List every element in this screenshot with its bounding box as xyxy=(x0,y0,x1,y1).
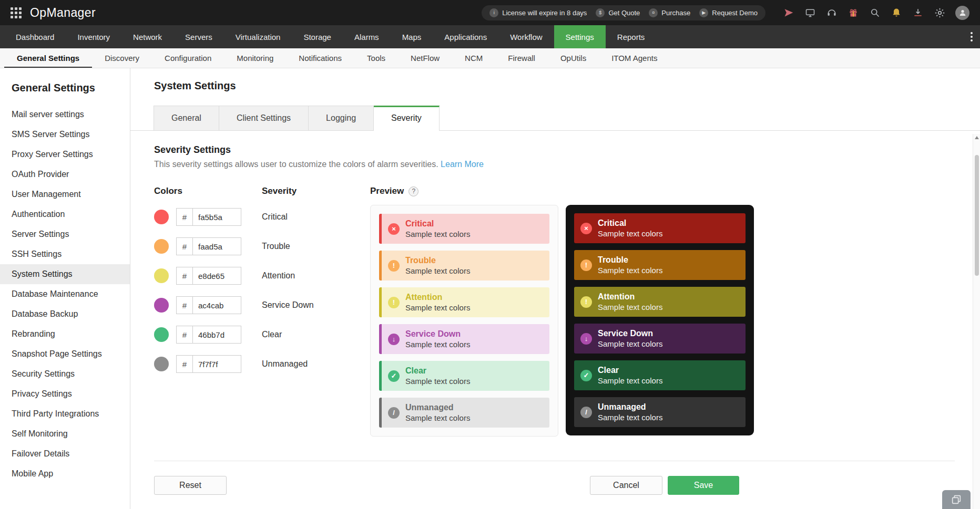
sidebar-item-self-monitoring[interactable]: Self Monitoring xyxy=(0,424,130,444)
scroll-thumb[interactable] xyxy=(975,155,979,276)
sidebar-item-user-management[interactable]: User Management xyxy=(0,184,130,204)
colors-column: Colors # # xyxy=(154,186,262,385)
sidebar-item-snapshot-page-settings[interactable]: Snapshot Page Settings xyxy=(0,344,130,364)
nav-overflow-icon[interactable] xyxy=(971,25,973,48)
scroll-up-icon[interactable] xyxy=(975,136,979,139)
nav-item-inventory[interactable]: Inventory xyxy=(66,25,121,48)
launch-icon[interactable] xyxy=(783,7,794,18)
severity-column: Severity CriticalTroubleAttentionService… xyxy=(262,186,370,385)
reset-button[interactable]: Reset xyxy=(154,476,227,495)
hex-input-attention[interactable] xyxy=(193,267,241,285)
tab-client-settings[interactable]: Client Settings xyxy=(219,106,309,130)
sidebar-item-ssh-settings[interactable]: SSH Settings xyxy=(0,244,130,264)
hex-input-clear[interactable] xyxy=(193,326,241,344)
subnav-item-netflow[interactable]: NetFlow xyxy=(398,48,452,68)
notifications-bell-icon[interactable] xyxy=(891,7,902,18)
nav-item-network[interactable]: Network xyxy=(121,25,173,48)
severity-label-trouble: Trouble xyxy=(262,237,370,255)
sidebar-item-failover-details[interactable]: Failover Details xyxy=(0,444,130,464)
nav-item-workflow[interactable]: Workflow xyxy=(498,25,554,48)
hex-input-trouble[interactable] xyxy=(193,237,241,255)
hex-input-critical[interactable] xyxy=(193,208,241,226)
color-swatch-critical[interactable] xyxy=(154,210,169,224)
severity-icon-clear: ✓ xyxy=(388,370,400,382)
help-icon[interactable]: ? xyxy=(409,186,418,196)
severity-icon-unmanaged: / xyxy=(580,407,592,418)
subnav-item-itom-agents[interactable]: ITOM Agents xyxy=(599,48,670,68)
sidebar-item-rebranding[interactable]: Rebranding xyxy=(0,324,130,344)
severity-icon-critical: × xyxy=(580,223,592,234)
severity-header: Severity xyxy=(262,186,370,196)
severity-icon-service-down: ↓ xyxy=(388,334,400,345)
tab-general[interactable]: General xyxy=(154,106,219,130)
sidebar-item-system-settings[interactable]: System Settings xyxy=(0,264,130,284)
tab-severity[interactable]: Severity xyxy=(374,106,440,131)
subnav-item-configuration[interactable]: Configuration xyxy=(152,48,224,68)
sidebar-item-mail-server-settings[interactable]: Mail server settings xyxy=(0,105,130,124)
nav-item-storage[interactable]: Storage xyxy=(292,25,343,48)
sidebar-item-third-party-integrations[interactable]: Third Party Integrations xyxy=(0,404,130,424)
nav-item-applications[interactable]: Applications xyxy=(433,25,498,48)
search-icon[interactable] xyxy=(869,7,881,18)
sidebar-item-database-backup[interactable]: Database Backup xyxy=(0,304,130,324)
sidebar-item-mobile-app[interactable]: Mobile App xyxy=(0,464,130,484)
sidebar-item-server-settings[interactable]: Server Settings xyxy=(0,224,130,244)
sidebar-item-security-settings[interactable]: Security Settings xyxy=(0,364,130,384)
subnav-item-notifications[interactable]: Notifications xyxy=(286,48,354,68)
sidebar-item-authentication[interactable]: Authentication xyxy=(0,204,130,224)
color-swatch-clear[interactable] xyxy=(154,327,169,342)
gift-icon[interactable] xyxy=(848,7,859,18)
nav-item-servers[interactable]: Servers xyxy=(173,25,224,48)
page-body: General Settings Mail server settingsSMS… xyxy=(0,68,980,509)
subnav-item-tools[interactable]: Tools xyxy=(354,48,398,68)
apps-grid-icon[interactable] xyxy=(11,7,22,18)
console-widget[interactable] xyxy=(942,490,971,509)
section-title: Severity Settings xyxy=(154,144,955,155)
nav-item-virtualization[interactable]: Virtualization xyxy=(224,25,292,48)
subnav-item-firewall[interactable]: Firewall xyxy=(495,48,548,68)
topbar-item-request-demo[interactable]: ▶Request Demo xyxy=(699,8,758,17)
color-swatch-service-down[interactable] xyxy=(154,298,169,313)
preview-dark-row-unmanaged: / Unmanaged Sample text colors xyxy=(574,397,746,427)
hex-prefix: # xyxy=(176,267,193,285)
subnav-item-ncm[interactable]: NCM xyxy=(452,48,495,68)
sidebar-item-database-maintenance[interactable]: Database Maintenance xyxy=(0,284,130,304)
color-swatch-trouble[interactable] xyxy=(154,239,169,254)
settings-gear-icon[interactable] xyxy=(934,7,945,18)
support-headset-icon[interactable] xyxy=(826,7,838,18)
sidebar-item-sms-server-settings[interactable]: SMS Server Settings xyxy=(0,124,130,144)
hex-prefix: # xyxy=(176,296,193,314)
sidebar-item-proxy-server-settings[interactable]: Proxy Server Settings xyxy=(0,144,130,164)
color-swatch-unmanaged[interactable] xyxy=(154,357,169,371)
learn-more-link[interactable]: Learn More xyxy=(441,160,484,169)
nav-item-settings[interactable]: Settings xyxy=(554,25,606,48)
nav-item-maps[interactable]: Maps xyxy=(391,25,433,48)
hex-input-unmanaged[interactable] xyxy=(193,355,241,373)
nav-item-alarms[interactable]: Alarms xyxy=(343,25,391,48)
save-button[interactable]: Save xyxy=(668,476,739,495)
section-description: This severity settings allows user to cu… xyxy=(154,160,955,169)
subnav-item-discovery[interactable]: Discovery xyxy=(92,48,152,68)
subnav-item-general-settings[interactable]: General Settings xyxy=(4,48,92,68)
sidebar-item-privacy-settings[interactable]: Privacy Settings xyxy=(0,384,130,404)
user-avatar[interactable] xyxy=(955,6,969,20)
hex-input-service-down[interactable] xyxy=(193,296,241,314)
screen-share-icon[interactable] xyxy=(804,7,816,18)
nav-item-reports[interactable]: Reports xyxy=(606,25,657,48)
severity-label-clear: Clear xyxy=(262,326,370,344)
cancel-button[interactable]: Cancel xyxy=(590,476,662,495)
download-icon[interactable] xyxy=(912,7,924,18)
nav-item-dashboard[interactable]: Dashboard xyxy=(4,25,66,48)
topbar-item-license-will-expire-in-8-days[interactable]: iLicense will expire in 8 days xyxy=(489,8,587,17)
topbar-item-purchase[interactable]: ¤Purchase xyxy=(649,8,690,17)
tab-logging[interactable]: Logging xyxy=(309,106,374,130)
severity-icon-trouble: ! xyxy=(388,260,400,272)
settings-subnav: General SettingsDiscoveryConfigurationMo… xyxy=(0,48,980,68)
color-swatch-attention[interactable] xyxy=(154,268,169,283)
topbar-item-get-quote[interactable]: $Get Quote xyxy=(596,8,640,17)
subnav-item-oputils[interactable]: OpUtils xyxy=(548,48,599,68)
preview-dark-row-trouble: ! Trouble Sample text colors xyxy=(574,250,746,280)
vertical-scrollbar[interactable] xyxy=(973,134,980,509)
subnav-item-monitoring[interactable]: Monitoring xyxy=(224,48,286,68)
sidebar-item-oauth-provider[interactable]: OAuth Provider xyxy=(0,164,130,184)
